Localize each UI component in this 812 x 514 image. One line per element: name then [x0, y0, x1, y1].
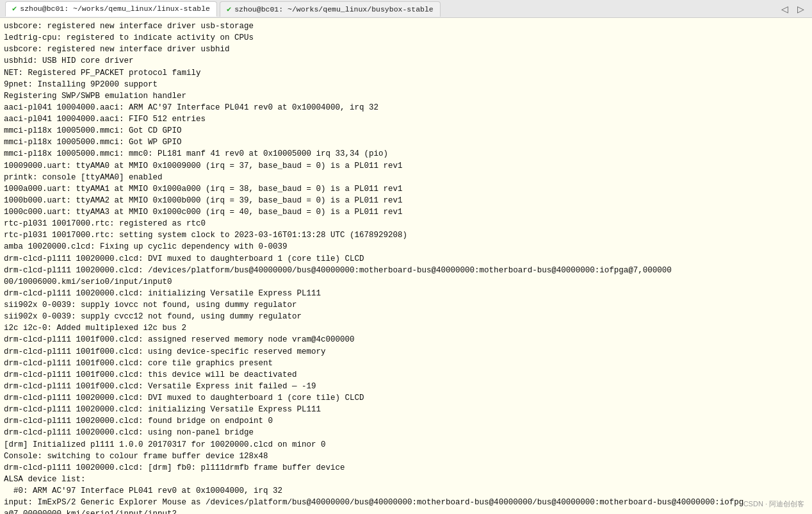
- nav-buttons: ◁ ▷: [779, 4, 807, 14]
- tab1-label: szhou@bc01: ~/works/qemu_linux/linux-sta…: [20, 4, 210, 13]
- title-bar: ✔ szhou@bc01: ~/works/qemu_linux/linux-s…: [0, 0, 812, 18]
- watermark: CSDN · 阿迪创创客: [743, 499, 804, 509]
- tab1-check-icon: ✔: [12, 4, 17, 13]
- terminal-output[interactable]: usbcore: registered new interface driver…: [0, 18, 812, 514]
- nav-next-button[interactable]: ▷: [795, 4, 807, 14]
- tab2-check-icon: ✔: [227, 4, 231, 14]
- tab-linux-stable[interactable]: ✔ szhou@bc01: ~/works/qemu_linux/linux-s…: [5, 1, 217, 17]
- tab2-label: szhou@bc01: ~/works/qemu_linux/busybox-s…: [234, 5, 434, 13]
- tab-busybox-stable[interactable]: ✔ szhou@bc01: ~/works/qemu_linux/busybox…: [220, 1, 441, 17]
- nav-prev-button[interactable]: ◁: [779, 4, 791, 14]
